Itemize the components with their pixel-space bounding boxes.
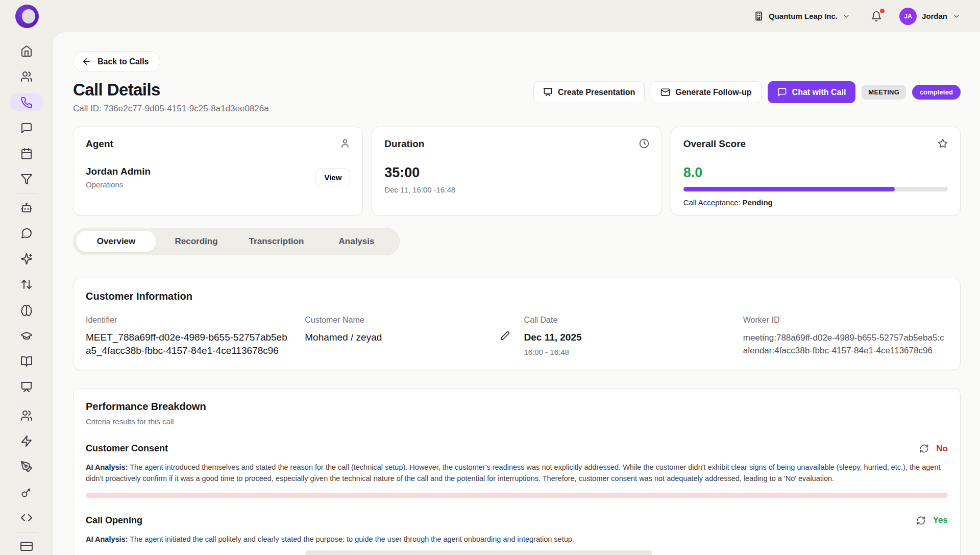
field-customer-name: Customer Name Mohamed / zeyad: [305, 316, 509, 357]
sidebar-item-bot[interactable]: [10, 199, 43, 216]
worker-id-label: Worker ID: [743, 316, 948, 325]
tab-recording[interactable]: Recording: [156, 231, 236, 252]
sparkles-icon: [20, 253, 33, 265]
identifier-label: Identifier: [86, 316, 290, 325]
performance-title: Performance Breakdown: [86, 401, 948, 413]
agent-card: Agent Jordan Admin Operations View: [73, 127, 363, 215]
brain-icon: [20, 304, 33, 317]
sidebar-item-access-keys[interactable]: [10, 484, 43, 501]
notifications-button[interactable]: [871, 11, 882, 22]
presentation-icon: [543, 87, 553, 97]
call-date-value: Dec 11, 2025: [524, 331, 729, 344]
avatar: JA: [899, 8, 917, 25]
customer-information-title: Customer Information: [86, 291, 948, 302]
page-title: Call Details: [73, 80, 269, 100]
sidebar-item-ai-sparkles[interactable]: [10, 250, 43, 268]
page-header: Call Details Call ID: 736e2c77-9d05-4151…: [73, 80, 961, 114]
sidebar-item-training[interactable]: [10, 327, 43, 345]
sidebar-item-home[interactable]: [10, 42, 43, 60]
sidebar-item-design[interactable]: [10, 458, 43, 476]
sidebar-divider: [15, 532, 38, 533]
sidebar-item-automations[interactable]: [10, 432, 43, 450]
sidebar-item-chat[interactable]: [10, 225, 43, 243]
chevron-down-icon: [952, 12, 961, 20]
back-to-calls-button[interactable]: Back to Calls: [73, 51, 160, 72]
chevron-down-icon: [842, 12, 850, 20]
arrow-left-icon: [82, 57, 91, 66]
refresh-icon[interactable]: [916, 516, 926, 525]
generate-followup-button[interactable]: Generate Follow-up: [651, 81, 761, 103]
sidebar-item-calls[interactable]: [10, 93, 43, 111]
create-presentation-button[interactable]: Create Presentation: [533, 81, 645, 103]
graduation-cap-icon: [20, 330, 33, 342]
sidebar-item-calendar[interactable]: [10, 145, 43, 163]
call-date-label: Call Date: [524, 316, 729, 325]
tab-overview[interactable]: Overview: [76, 231, 156, 252]
user-menu[interactable]: JA Jordan: [899, 8, 961, 25]
criterion-analysis: AI Analysis: The agent initiated the cal…: [86, 534, 948, 545]
bot-icon: [20, 202, 33, 214]
org-switcher[interactable]: Quantum Leap Inc.: [753, 11, 850, 21]
message-circle-icon: [20, 227, 33, 239]
header-actions: Create Presentation Generate Follow-up C…: [533, 80, 961, 103]
calendar-icon: [20, 148, 33, 160]
agent-role: Operations: [86, 180, 151, 189]
sidebar-item-contacts[interactable]: [10, 406, 43, 424]
criterion-name: Customer Consent: [86, 443, 168, 454]
sidebar-item-messages[interactable]: [10, 119, 43, 137]
key-icon: [20, 486, 33, 498]
criterion-name: Call Opening: [86, 515, 142, 526]
sidebar-item-intelligence[interactable]: [10, 301, 43, 319]
chat-with-call-button[interactable]: Chat with Call: [768, 81, 856, 103]
create-presentation-label: Create Presentation: [558, 88, 635, 97]
worker-id-value: meeting:788a69ff-d02e-4989-b655-52757ab5…: [743, 332, 948, 357]
duration-value: 35:00: [384, 165, 649, 181]
org-name: Quantum Leap Inc.: [769, 12, 838, 20]
field-worker-id: Worker ID meeting:788a69ff-d02e-4989-b65…: [743, 316, 948, 357]
users-icon: [20, 409, 33, 422]
call-time-range: 16:00 - 16:48: [524, 348, 729, 356]
sidebar-item-billing[interactable]: [10, 537, 43, 555]
score-card-title: Overall Score: [683, 138, 746, 150]
agent-name: Jordan Admin: [86, 166, 151, 177]
tab-analysis[interactable]: Analysis: [316, 231, 397, 252]
view-agent-button[interactable]: View: [315, 168, 350, 186]
performance-breakdown-card: Performance Breakdown Criteria results f…: [73, 388, 961, 555]
detail-tabs: Overview Recording Transcription Analysi…: [73, 228, 400, 255]
analysis-text: The agent introduced themselves and stat…: [86, 463, 940, 482]
user-name: Jordan: [922, 12, 947, 20]
score-value: 8.0: [683, 165, 948, 181]
sidebar-item-presentations[interactable]: [10, 378, 43, 396]
sidebar-item-filters[interactable]: [10, 171, 43, 188]
refresh-icon[interactable]: [919, 444, 929, 453]
analysis-text: The agent initiated the call politely an…: [130, 535, 574, 543]
customer-name-value: Mohamed / zeyad: [305, 331, 382, 344]
credit-card-icon: [20, 540, 33, 552]
pen-tool-icon: [20, 461, 33, 473]
stat-cards: Agent Jordan Admin Operations View Durat…: [73, 127, 961, 215]
message-square-icon: [777, 87, 787, 97]
star-icon: [938, 138, 948, 149]
analysis-prefix: AI Analysis:: [86, 535, 128, 543]
back-label: Back to Calls: [97, 57, 149, 66]
call-acceptance-label: Call Acceptance:: [683, 198, 741, 207]
notification-dot: [880, 9, 885, 13]
call-id: Call ID: 736e2c77-9d05-4151-9c25-8a1d3ee…: [73, 104, 269, 114]
criterion-result: No: [936, 444, 948, 454]
sidebar-item-developer[interactable]: [10, 509, 43, 527]
criterion-bar: [305, 550, 652, 555]
criterion-bar: [86, 493, 948, 498]
sidebar-item-transfers[interactable]: [10, 276, 43, 294]
identifier-value: MEET_788a69ff-d02e-4989-b655-52757ab5eba…: [86, 331, 290, 357]
field-call-date: Call Date Dec 11, 2025 16:00 - 16:48: [524, 316, 729, 357]
field-identifier: Identifier MEET_788a69ff-d02e-4989-b655-…: [86, 316, 290, 357]
edit-customer-name-button[interactable]: [500, 331, 510, 341]
criterion-customer-consent: Customer Consent No AI Analysis: The age…: [86, 443, 948, 498]
presentation-icon: [20, 381, 33, 393]
sidebar-item-knowledge[interactable]: [10, 353, 43, 371]
tab-transcription[interactable]: Transcription: [236, 231, 316, 252]
sidebar-item-team[interactable]: [10, 68, 43, 86]
title-block: Call Details Call ID: 736e2c77-9d05-4151…: [73, 80, 269, 114]
phone-icon: [20, 96, 33, 109]
app-logo[interactable]: [15, 5, 39, 28]
